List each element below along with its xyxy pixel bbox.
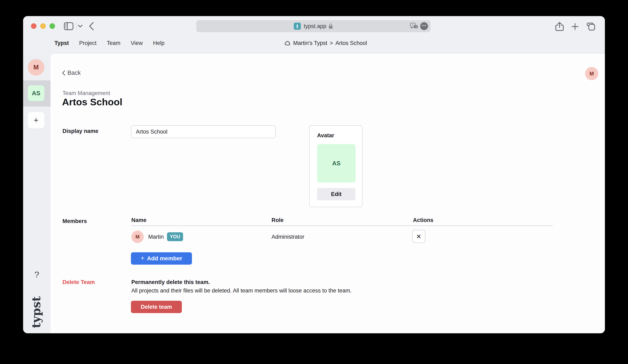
add-member-label: Add member <box>147 255 182 262</box>
breadcrumb-separator: > <box>330 40 333 46</box>
members-label: Members <box>63 218 87 224</box>
column-header-name: Name <box>131 217 147 223</box>
breadcrumb: Martin's Typst > Artos School <box>285 33 367 53</box>
page-settings-button[interactable]: ••• <box>420 22 428 30</box>
app-menu-bar: Typst Project Team View Help <box>54 33 164 53</box>
close-icon: ✕ <box>416 233 421 240</box>
browser-window: t typst.app A 文 ••• <box>23 16 605 333</box>
sidebar-add-team-button[interactable]: + <box>28 112 44 128</box>
menu-project[interactable]: Project <box>79 40 96 46</box>
workspace-sidebar: M AS + ? typst <box>23 54 51 333</box>
plus-icon: + <box>34 116 38 125</box>
cloud-icon <box>285 41 291 46</box>
back-chevron-icon <box>62 70 65 76</box>
user-avatar[interactable]: M <box>585 67 598 80</box>
lock-icon <box>328 23 333 29</box>
minimize-window-button[interactable] <box>40 23 46 29</box>
section-label: Team Management <box>63 90 110 96</box>
translate-icon[interactable]: A 文 <box>410 23 418 30</box>
member-role: Administrator <box>272 234 304 240</box>
member-avatar-initial: M <box>136 234 140 240</box>
menu-typst[interactable]: Typst <box>54 40 69 46</box>
tab-overview-icon[interactable] <box>586 22 595 31</box>
svg-text:文: 文 <box>415 25 417 28</box>
team-avatar-initials: AS <box>332 160 340 167</box>
display-name-input[interactable] <box>131 125 276 138</box>
back-arrow-icon[interactable] <box>89 22 94 30</box>
remove-member-button[interactable]: ✕ <box>412 230 425 243</box>
menu-view[interactable]: View <box>131 40 143 46</box>
member-avatar: M <box>131 231 144 243</box>
delete-team-heading: Permanently delete this team. <box>131 279 210 286</box>
avatar-card-title: Avatar <box>317 132 334 139</box>
menu-team[interactable]: Team <box>107 40 120 46</box>
url-text: typst.app <box>304 23 326 29</box>
delete-team-description: All projects and their files will be del… <box>131 288 352 294</box>
user-avatar-initial: M <box>590 71 594 77</box>
chevron-down-icon[interactable] <box>78 25 82 28</box>
table-header-divider <box>131 225 553 226</box>
add-member-button[interactable]: + Add member <box>131 252 192 265</box>
plus-icon: + <box>141 254 145 262</box>
svg-text:A: A <box>412 24 414 27</box>
team-avatar-preview: AS <box>317 144 356 183</box>
new-tab-icon[interactable] <box>571 23 579 30</box>
column-header-actions: Actions <box>413 217 433 223</box>
help-icon[interactable]: ? <box>23 270 51 280</box>
column-header-role: Role <box>272 217 284 223</box>
you-badge: YOU <box>167 232 183 241</box>
site-favicon: t <box>294 23 301 30</box>
close-window-button[interactable] <box>31 23 36 29</box>
address-bar[interactable]: t typst.app A 文 ••• <box>196 20 430 32</box>
zoom-window-button[interactable] <box>50 23 55 29</box>
share-icon[interactable] <box>555 22 564 31</box>
app-body: M AS + ? typst Back M <box>23 54 605 333</box>
toolbar-divider <box>76 22 77 30</box>
breadcrumb-workspace[interactable]: Martin's Typst <box>293 40 327 46</box>
browser-chrome: t typst.app A 文 ••• <box>23 16 605 53</box>
typst-logo: typst <box>29 297 43 328</box>
breadcrumb-current[interactable]: Artos School <box>335 40 367 46</box>
favicon-letter: t <box>296 23 299 29</box>
display-name-label: Display name <box>63 128 98 134</box>
member-name: Martin <box>148 234 164 240</box>
sidebar-team-initials: AS <box>32 90 40 97</box>
page-title: Artos School <box>62 96 122 108</box>
back-label: Back <box>68 70 80 76</box>
delete-team-button[interactable]: Delete team <box>131 301 182 313</box>
sidebar-toggle-icon[interactable] <box>64 22 74 30</box>
edit-avatar-button[interactable]: Edit <box>317 188 355 200</box>
back-link[interactable]: Back <box>62 70 80 76</box>
delete-team-label: Delete Team <box>63 279 95 286</box>
help-glyph: ? <box>34 270 39 280</box>
menu-help[interactable]: Help <box>153 40 164 46</box>
sidebar-user-initial: M <box>33 64 39 71</box>
sidebar-team-avatar[interactable]: AS <box>28 85 44 101</box>
main-content: Back M Team Management Artos School Disp… <box>51 54 605 333</box>
avatar-card: Avatar AS Edit <box>309 125 362 207</box>
traffic-lights <box>31 23 55 29</box>
sidebar-user-avatar[interactable]: M <box>28 59 44 76</box>
you-badge-label: YOU <box>170 234 180 239</box>
